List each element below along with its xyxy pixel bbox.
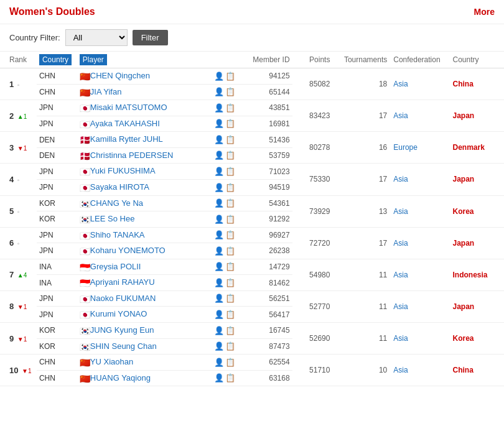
player-link[interactable]: Christinna PEDERSEN [90,151,174,160]
player-link[interactable]: JUNG Kyung Eun [90,325,154,335]
player-link[interactable]: CHANG Ye Na [90,198,143,208]
profile-icon[interactable]: 👤 [214,103,224,113]
country-name-cell: Denmark [450,132,505,164]
player-link[interactable]: HUANG Yaqiong [90,373,151,383]
tournaments-cell: 16 [332,132,390,164]
profile-icon[interactable]: 👤 [214,151,224,160]
stats-icon[interactable]: 📋 [225,373,235,383]
stats-icon[interactable]: 📋 [225,72,235,81]
stats-icon[interactable]: 📋 [225,230,235,240]
player-link[interactable]: Ayaka TAKAHASHI [90,119,160,128]
member-id-cell: 71023 [245,164,292,180]
rank-change: ▲1 [17,113,27,120]
profile-icon[interactable]: 👤 [214,373,224,383]
profile-icon[interactable]: 👤 [214,246,224,256]
confederation-cell: Asia [390,68,450,100]
stats-icon[interactable]: 📋 [225,294,235,304]
player-link[interactable]: CHEN Qingchen [90,71,150,80]
member-id-cell: 43851 [245,100,292,116]
player-link[interactable]: SHIN Seung Chan [90,341,157,351]
country-filter-select[interactable]: All [65,29,128,46]
profile-icon[interactable]: 👤 [214,183,224,193]
player-link[interactable]: Sayaka HIROTA [90,182,149,192]
flag-icon: 🇯🇵 [80,310,90,320]
profile-icon[interactable]: 👤 [214,341,224,351]
stats-icon[interactable]: 📋 [225,151,235,160]
rank-cell: 5 ◦ [0,195,37,227]
stats-icon[interactable]: 📋 [225,103,235,113]
table-row: 6 ◦JPN🇯🇵Shiho TANAKA👤📋969277272017AsiaJa… [0,227,504,243]
profile-icon[interactable]: 👤 [214,262,224,272]
player-link[interactable]: Kurumi YONAO [90,309,147,318]
stats-icon[interactable]: 📋 [225,278,235,288]
profile-icon[interactable]: 👤 [214,72,224,81]
profile-icon[interactable]: 👤 [214,230,224,240]
flag-icon: 🇯🇵 [80,119,90,129]
col-country2-header: Country [450,52,505,68]
country-name-cell: Korea [450,323,505,355]
stats-icon[interactable]: 📋 [225,326,235,336]
profile-icon[interactable]: 👤 [214,198,224,208]
player-cell: 🇰🇷CHANG Ye Na [77,195,212,211]
stats-icon[interactable]: 📋 [225,341,235,351]
stats-icon[interactable]: 📋 [225,167,235,177]
stats-icon[interactable]: 📋 [225,183,235,193]
stats-icon[interactable]: 📋 [225,358,235,368]
profile-icon[interactable]: 👤 [214,135,224,145]
profile-icon[interactable]: 👤 [214,119,224,129]
rank-number: 4 [9,175,14,184]
rank-cell: 6 ◦ [0,227,37,259]
rank-number: 2 [9,111,14,121]
tournaments-cell: 17 [332,164,390,195]
profile-icon[interactable]: 👤 [214,358,224,368]
profile-icon[interactable]: 👤 [214,326,224,336]
stats-icon[interactable]: 📋 [225,87,235,97]
player-link[interactable]: Apriyani RAHAYU [90,277,155,287]
player-link[interactable]: JIA Yifan [90,87,122,96]
player-icons-cell: 👤📋 [212,147,245,164]
stats-icon[interactable]: 📋 [225,262,235,272]
confederation-cell: Asia [390,227,450,259]
player-link[interactable]: LEE So Hee [90,214,135,223]
profile-icon[interactable]: 👤 [214,215,224,225]
country-code-cell: CHN [37,355,77,371]
profile-icon[interactable]: 👤 [214,278,224,288]
profile-icon[interactable]: 👤 [214,294,224,304]
more-button[interactable]: More [474,7,495,17]
player-icons-cell: 👤📋 [212,68,245,85]
flag-icon: 🇩🇰 [80,151,90,160]
player-cell: 🇨🇳HUANG Yaqiong [77,370,212,386]
stats-icon[interactable]: 📋 [225,310,235,320]
stats-icon[interactable]: 📋 [225,246,235,256]
player-link[interactable]: Greysia POLII [90,262,141,271]
member-id-cell: 63168 [245,370,292,386]
country-name-cell: Japan [450,164,505,195]
stats-icon[interactable]: 📋 [225,198,235,208]
player-icons-cell: 👤📋 [212,323,245,339]
stats-icon[interactable]: 📋 [225,215,235,225]
table-header-row: Rank Country Player Member ID Points Tou… [0,52,504,68]
rank-cell: 8 ▼1 [0,290,37,322]
profile-icon[interactable]: 👤 [214,87,224,97]
country-code-cell: CHN [37,84,77,100]
stats-icon[interactable]: 📋 [225,119,235,129]
profile-icon[interactable]: 👤 [214,310,224,320]
player-link[interactable]: Kamilla Rytter JUHL [90,134,163,144]
player-cell: 🇯🇵Misaki MATSUTOMO [77,100,212,116]
filter-button[interactable]: Filter [133,30,168,45]
points-cell: 73929 [292,195,333,227]
profile-icon[interactable]: 👤 [214,167,224,177]
member-id-cell: 62554 [245,355,292,371]
player-link[interactable]: Koharu YONEMOTO [90,246,166,255]
player-link[interactable]: YU Xiaohan [90,357,133,366]
col-rank-header: Rank [0,52,37,68]
tournaments-cell: 11 [332,323,390,355]
page-header: Women's Doubles More [0,0,504,24]
player-link[interactable]: Yuki FUKUSHIMA [90,166,156,175]
player-link[interactable]: Naoko FUKUMAN [90,294,156,303]
stats-icon[interactable]: 📋 [225,135,235,145]
player-link[interactable]: Misaki MATSUTOMO [90,103,167,112]
player-link[interactable]: Shiho TANAKA [90,230,145,239]
rank-number: 1 [9,80,14,89]
flag-icon: 🇨🇳 [80,373,90,383]
